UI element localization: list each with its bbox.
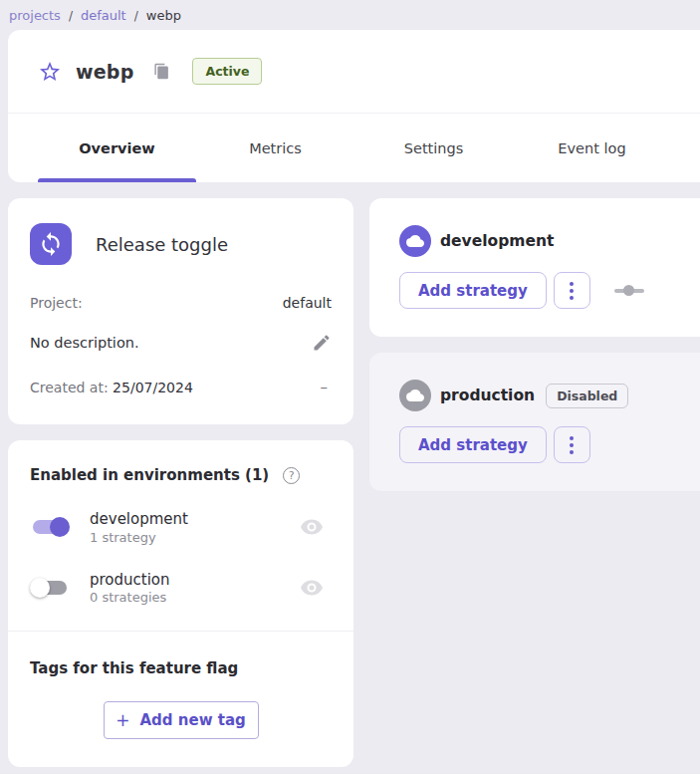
kebab-dot (570, 289, 574, 293)
favorite-star-icon[interactable] (38, 60, 62, 84)
left-column: Release toggle Project: default No descr… (8, 198, 353, 767)
main-content: Release toggle Project: default No descr… (0, 182, 700, 767)
panel-actions: Add strategy (399, 272, 690, 309)
development-toggle[interactable] (30, 517, 70, 537)
add-strategy-button[interactable]: Add strategy (399, 272, 547, 309)
breadcrumb-separator: / (134, 9, 138, 23)
active-tab-indicator (38, 178, 196, 182)
kebab-dot (570, 450, 574, 454)
feature-title-row: webp Active (8, 30, 700, 113)
created-value: 25/07/2024 (113, 380, 193, 395)
panel-header: development (399, 225, 690, 257)
cloud-environment-icon (399, 225, 431, 257)
breadcrumb: projects / default / webp (0, 0, 700, 30)
production-toggle[interactable] (30, 578, 70, 598)
tab-label: Settings (404, 140, 463, 156)
project-label: Project: (30, 295, 83, 311)
feature-header-card: webp Active Overview Metrics Settings Ev… (8, 30, 700, 182)
environments-card: Enabled in environments (1) ? developmen… (8, 440, 353, 767)
description-row: No description. (30, 333, 332, 353)
more-actions-button[interactable] (554, 426, 590, 463)
add-strategy-button[interactable]: Add strategy (399, 426, 547, 463)
environment-panel-name: development (440, 232, 554, 250)
kebab-dot (570, 443, 574, 447)
breadcrumb-projects[interactable]: projects (9, 8, 61, 23)
feature-type-header: Release toggle (30, 223, 332, 265)
right-column: development Add strategy (369, 198, 700, 491)
environment-strategy-count: 0 strategies (90, 590, 170, 605)
environments-title: Enabled in environments (1) (30, 466, 269, 484)
tab-settings[interactable]: Settings (354, 114, 513, 182)
collapse-button[interactable]: – (321, 379, 333, 396)
created-row: Created at: 25/07/2024 – (30, 379, 332, 396)
environment-panel-name: production (440, 387, 535, 404)
created-label: Created at: (30, 380, 109, 395)
strategy-separator-icon (614, 285, 644, 297)
plus-icon: + (116, 710, 129, 730)
help-icon[interactable]: ? (283, 467, 300, 484)
production-environment-panel: production Disabled Add strategy (369, 353, 700, 491)
kebab-dot (570, 282, 574, 286)
tab-metrics[interactable]: Metrics (196, 114, 354, 182)
feature-metadata-card: Release toggle Project: default No descr… (8, 198, 353, 424)
tags-title: Tags for this feature flag (30, 659, 332, 677)
description-text: No description. (30, 335, 139, 351)
disabled-badge: Disabled (546, 384, 628, 408)
environment-info: production 0 strategies (90, 571, 170, 606)
edit-description-icon[interactable] (312, 333, 332, 353)
toggle-thumb (50, 517, 70, 537)
tab-overview[interactable]: Overview (38, 114, 196, 182)
add-new-tag-button[interactable]: + Add new tag (104, 701, 259, 739)
eye-icon[interactable] (300, 515, 324, 539)
tab-event-log[interactable]: Event log (513, 114, 671, 182)
breadcrumb-separator: / (69, 9, 73, 23)
divider (8, 631, 353, 632)
kebab-dot (570, 436, 574, 440)
breadcrumb-default[interactable]: default (81, 8, 126, 23)
panel-actions: Add strategy (399, 426, 690, 463)
tab-label: Event log (558, 140, 625, 156)
environment-name: production (90, 571, 170, 591)
more-actions-button[interactable] (554, 272, 590, 309)
tab-label: Overview (79, 140, 154, 156)
environments-header: Enabled in environments (1) ? (30, 466, 332, 484)
project-row: Project: default (30, 295, 332, 311)
tabs: Overview Metrics Settings Event log (8, 114, 700, 182)
kebab-dot (570, 296, 574, 300)
feature-type-label: Release toggle (96, 234, 228, 255)
environment-strategy-count: 1 strategy (90, 530, 188, 545)
environment-name: development (90, 510, 188, 530)
environment-row-development: development 1 strategy (30, 510, 332, 545)
project-value: default (283, 295, 332, 311)
page-title: webp (76, 61, 133, 83)
environment-info: development 1 strategy (90, 510, 188, 545)
panel-header: production Disabled (399, 380, 690, 411)
cloud-environment-icon (399, 380, 431, 411)
release-toggle-icon (30, 223, 72, 265)
separator-knob (623, 285, 634, 296)
add-tag-label: Add new tag (139, 711, 245, 729)
development-environment-panel: development Add strategy (369, 198, 700, 337)
toggle-thumb (30, 578, 50, 598)
status-badge: Active (192, 58, 262, 85)
eye-icon[interactable] (300, 576, 324, 600)
tab-label: Metrics (249, 140, 302, 156)
environment-row-production: production 0 strategies (30, 571, 332, 606)
copy-icon[interactable] (153, 63, 170, 80)
breadcrumb-current: webp (146, 8, 181, 23)
